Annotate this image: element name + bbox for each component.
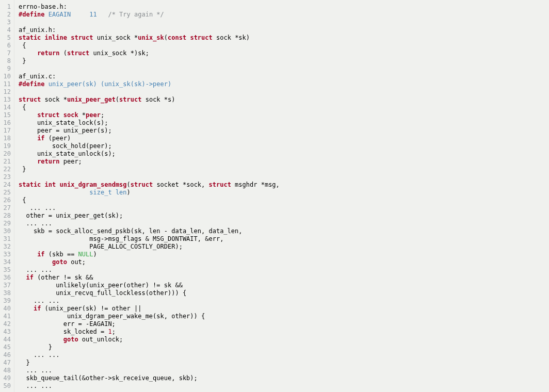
line-number: 2 <box>0 11 14 19</box>
code-token: skb_queue_tail(&other->sk_receive_queue,… <box>19 374 198 382</box>
code-token: err = -EAGAIN; <box>19 320 116 328</box>
code-token <box>97 11 108 18</box>
code-line[interactable]: unix_state_lock(s); <box>19 119 549 127</box>
code-line[interactable]: ... ... <box>19 367 549 374</box>
code-line[interactable]: ... ... <box>19 382 549 390</box>
code-line[interactable]: unlikely(unix_peer(other) != sk && <box>19 282 549 289</box>
line-number: 22 <box>0 166 14 173</box>
code-token <box>19 111 37 119</box>
code-token <box>19 135 37 142</box>
code-line[interactable] <box>19 19 549 26</box>
code-line[interactable]: PAGE_ALLOC_COSTLY_ORDER); <box>19 243 549 251</box>
code-line[interactable]: if (skb == NULL) <box>19 251 549 258</box>
code-token: out_unlock; <box>78 336 123 343</box>
code-line[interactable]: unix_dgram_peer_wake_me(sk, other)) { <box>19 313 549 320</box>
code-line[interactable]: size_t len) <box>19 189 549 197</box>
code-line[interactable]: #define EAGAIN 11 /* Try again */ <box>19 11 549 19</box>
code-token: struct <box>37 111 59 119</box>
line-number: 50 <box>0 382 14 390</box>
line-number: 29 <box>0 220 14 227</box>
code-line[interactable]: err = -EAGAIN; <box>19 320 549 328</box>
code-token: /* Try again */ <box>108 11 164 18</box>
code-line[interactable]: other = unix_peer_get(sk); <box>19 212 549 220</box>
code-token: (peer) <box>45 135 71 142</box>
code-line[interactable]: goto out; <box>19 258 549 266</box>
code-line[interactable] <box>19 88 549 96</box>
code-token: unix_recvq_full_lockless(other))) { <box>19 289 186 297</box>
code-line[interactable]: errno-base.h: <box>19 3 549 11</box>
code-token: peer = unix_peer(s); <box>19 127 112 134</box>
code-line[interactable]: struct sock *unix_peer_get(struct sock *… <box>19 96 549 104</box>
code-line[interactable]: ... ... <box>19 351 549 359</box>
line-number: 39 <box>0 297 14 305</box>
line-number: 9 <box>0 65 14 73</box>
code-token: struct <box>19 96 41 103</box>
code-token: ... ... <box>19 204 56 211</box>
code-token: skb = sock_alloc_send_pskb(sk, len - dat… <box>19 227 242 235</box>
line-number: 4 <box>0 26 14 34</box>
line-number: 34 <box>0 258 14 266</box>
code-token: unix_peer_get <box>67 96 116 103</box>
code-line[interactable]: return (struct unix_sock *)sk; <box>19 50 549 57</box>
code-line[interactable]: ... ... <box>19 297 549 305</box>
line-number: 16 <box>0 119 14 127</box>
code-line[interactable]: unix_state_unlock(s); <box>19 150 549 158</box>
code-line[interactable]: sk_locked = 1; <box>19 328 549 336</box>
code-line[interactable]: static int unix_dgram_sendmsg(struct soc… <box>19 181 549 189</box>
code-line[interactable]: peer = unix_peer(s); <box>19 127 549 135</box>
code-token: } <box>19 344 52 351</box>
code-token: struct <box>209 181 231 188</box>
code-line[interactable]: skb = sock_alloc_send_pskb(sk, len - dat… <box>19 227 549 235</box>
code-token: } <box>19 166 26 173</box>
line-number: 1 <box>0 3 14 11</box>
code-token: sock * <box>41 96 67 103</box>
code-line[interactable]: static inline struct unix_sock *unix_sk(… <box>19 34 549 42</box>
code-line[interactable]: ... ... <box>19 220 549 227</box>
code-line[interactable]: goto out_unlock; <box>19 336 549 344</box>
line-number: 35 <box>0 266 14 274</box>
code-token: socket *sock, <box>153 181 208 188</box>
code-line[interactable]: msg->msg_flags & MSG_DONTWAIT, &err, <box>19 235 549 243</box>
code-line[interactable]: if (other != sk && <box>19 274 549 282</box>
code-line[interactable]: #define unix_peer(sk) (unix_sk(sk)->peer… <box>19 80 549 88</box>
code-token: other = unix_peer_get(sk); <box>19 212 123 219</box>
code-line[interactable]: sock_hold(peer); <box>19 142 549 150</box>
code-token: NULL <box>78 251 93 258</box>
line-number: 28 <box>0 212 14 220</box>
code-line[interactable] <box>19 65 549 73</box>
code-line[interactable]: struct sock *peer; <box>19 111 549 119</box>
code-token <box>45 11 49 18</box>
code-line[interactable]: af_unix.c: <box>19 73 549 80</box>
code-token: ( <box>116 96 119 103</box>
code-token: sock *s) <box>141 96 175 103</box>
code-line[interactable]: { <box>19 197 549 204</box>
code-line[interactable]: } <box>19 359 549 367</box>
code-line[interactable]: unix_recvq_full_lockless(other))) { <box>19 289 549 297</box>
code-token: ( <box>127 181 131 188</box>
code-token: goto <box>63 336 78 343</box>
code-line[interactable] <box>19 173 549 181</box>
code-line[interactable]: { <box>19 42 549 50</box>
code-line[interactable]: skb_queue_tail(&other->sk_receive_queue,… <box>19 374 549 382</box>
code-token <box>19 50 37 57</box>
code-line[interactable]: return peer; <box>19 158 549 166</box>
code-token <box>56 181 59 188</box>
line-number: 7 <box>0 50 14 57</box>
code-line[interactable]: } <box>19 57 549 65</box>
code-line[interactable]: } <box>19 166 549 173</box>
code-line[interactable]: if (peer) <box>19 135 549 142</box>
code-line[interactable]: ... ... <box>19 204 549 212</box>
code-token <box>59 111 63 119</box>
code-line[interactable]: } <box>19 344 549 351</box>
code-area[interactable]: errno-base.h:#define EAGAIN 11 /* Try ag… <box>14 0 549 392</box>
code-line[interactable]: af_unix.h: <box>19 26 549 34</box>
line-number: 14 <box>0 104 14 111</box>
code-token: #define <box>19 80 45 88</box>
code-token: ... ... <box>19 297 59 304</box>
line-number: 24 <box>0 181 14 189</box>
code-token: unix_dgram_peer_wake_me(sk, other)) { <box>19 313 205 320</box>
code-line[interactable]: ... ... <box>19 266 549 274</box>
code-line[interactable]: { <box>19 104 549 111</box>
code-line[interactable]: if (unix_peer(sk) != other || <box>19 305 549 313</box>
code-token: msg->msg_flags & MSG_DONTWAIT, &err, <box>19 235 223 242</box>
